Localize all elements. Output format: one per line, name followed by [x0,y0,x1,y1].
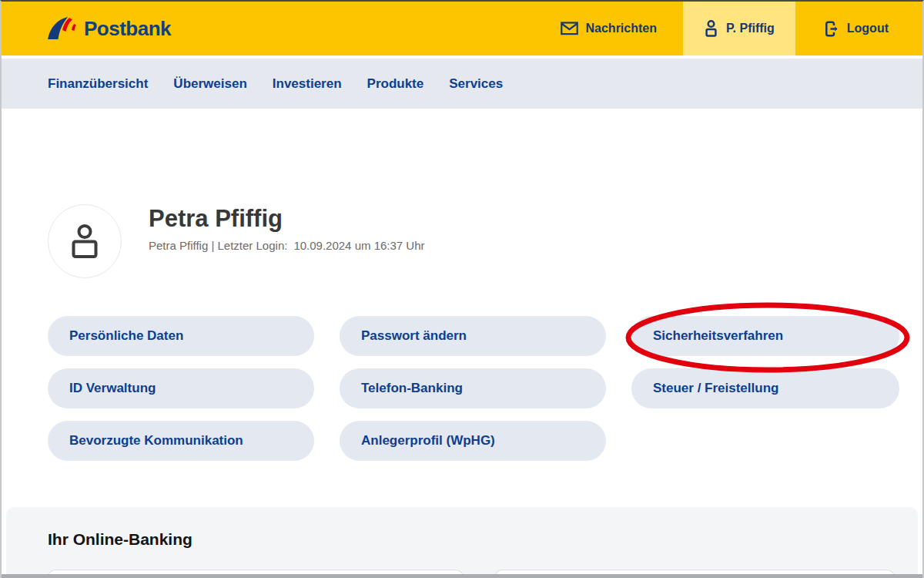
persoenliche-daten-button[interactable]: Persönliche Daten [48,316,314,356]
empty-grid-cell [631,421,899,461]
profile-settings-grid: Persönliche Daten Passwort ändern Sicher… [48,316,922,461]
bottom-edge-bar [2,574,922,578]
nav-item-ueberweisen[interactable]: Überweisen [173,76,246,92]
profile-header: Petra Pfiffig Petra Pfiffig | Letzter Lo… [48,204,876,278]
last-login-info: Petra Pfiffig | Letzter Login:10.09.2024… [149,239,425,252]
last-login-label: Petra Pfiffig | Letzter Login: [149,239,287,252]
nav-item-investieren[interactable]: Investieren [273,76,342,92]
avatar [48,204,122,278]
postbank-logo-text: Postbank [84,17,171,41]
user-label: P. Pfiffig [726,22,775,35]
logout-icon [823,20,839,38]
messages-button[interactable]: Nachrichten [561,2,657,55]
messages-label: Nachrichten [586,22,657,35]
user-account-tab[interactable]: P. Pfiffig [683,2,795,55]
page-title: Petra Pfiffig [149,205,425,233]
last-login-value: 10.09.2024 um 16:37 Uhr [293,239,424,252]
anlegerprofil-wphg-button[interactable]: Anlegerprofil (WpHG) [340,421,606,461]
nav-item-produkte[interactable]: Produkte [367,76,424,92]
passwort-aendern-button[interactable]: Passwort ändern [340,316,606,356]
nav-item-services[interactable]: Services [449,76,503,92]
telefon-banking-button[interactable]: Telefon-Banking [340,368,606,408]
online-banking-section: Ihr Online-Banking [6,507,918,578]
envelope-icon [561,22,578,35]
postbank-banking-page: Postbank Nachrichten [0,0,924,578]
top-header-bar: Postbank Nachrichten [2,2,922,55]
steuer-freistellung-button[interactable]: Steuer / Freistellung [631,368,899,408]
header-actions: Nachrichten P. Pfiffig [561,2,923,55]
nav-item-finanzuebersicht[interactable]: Finanzübersicht [48,76,148,92]
logout-label: Logout [847,22,889,35]
id-verwaltung-button[interactable]: ID Verwaltung [48,368,314,408]
main-navigation: Finanzübersicht Überweisen Investieren P… [2,59,922,109]
person-icon [704,20,718,38]
person-icon [69,223,101,259]
bevorzugte-kommunikation-button[interactable]: Bevorzugte Kommunikation [48,421,314,461]
sicherheitsverfahren-button[interactable]: Sicherheitsverfahren [631,316,899,356]
logout-button[interactable]: Logout [823,2,889,55]
postbank-logo-icon [46,16,77,41]
postbank-logo[interactable]: Postbank [46,2,171,55]
online-banking-title: Ihr Online-Banking [48,530,918,549]
profile-text: Petra Pfiffig Petra Pfiffig | Letzter Lo… [149,205,425,252]
